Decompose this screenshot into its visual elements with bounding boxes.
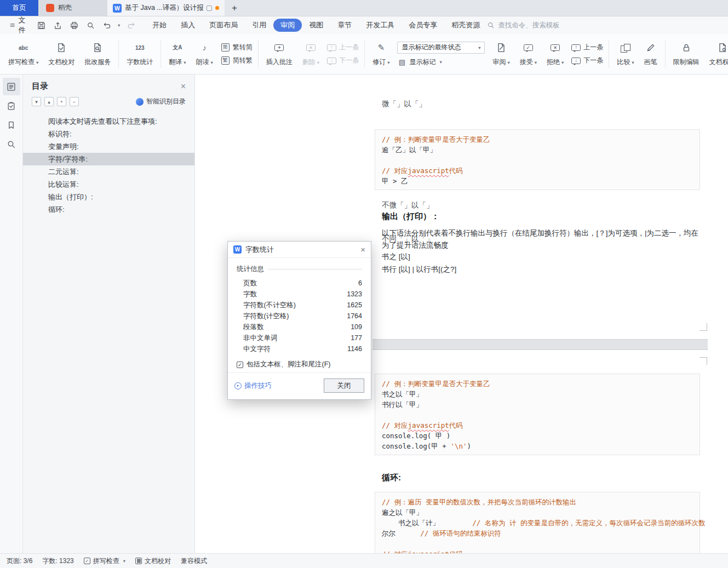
sidebar-proofread-button[interactable] [3, 97, 20, 114]
toc-item-selected[interactable]: 字符/字符串: [23, 153, 194, 165]
grading-service-icon [93, 41, 102, 54]
undo-dropdown-icon[interactable]: ▾ [118, 22, 120, 28]
doc-proofread-button[interactable]: 文档校对 [43, 37, 79, 72]
tab-section[interactable]: 章节 [330, 19, 359, 32]
save-button[interactable] [36, 20, 47, 31]
next-comment-button[interactable]: ↓ 下一条 [327, 56, 359, 65]
command-search[interactable] [487, 21, 586, 29]
stat-row-chars-with-spaces: 字符数(计空格)1764 [237, 311, 362, 322]
code-comment: // 对应javascript代码 [382, 165, 693, 176]
include-textbox-checkbox[interactable]: ✓ 包括文本框、脚注和尾注(F) [237, 360, 362, 369]
expand-item-icon[interactable]: ▾ [32, 97, 41, 106]
toc-item[interactable]: 阅读本文时请先查看以下注意事项: [23, 115, 194, 128]
chevron-down-icon: ▾ [478, 45, 480, 50]
stat-value: 1764 [347, 312, 362, 320]
show-markup-button[interactable]: ▤ 显示标记 ▾ [397, 58, 485, 67]
toc-item[interactable]: 比较运算: [23, 178, 194, 191]
stats-section-label: 统计信息 [237, 265, 264, 274]
stat-value: 1625 [347, 301, 362, 309]
checkbox-icon: ✓ [237, 362, 243, 368]
grading-service-button[interactable]: 批改服务 [79, 37, 116, 72]
compat-mode-indicator[interactable]: 兼容模式 [181, 556, 207, 566]
code-line: 甲 > 乙 [382, 176, 693, 186]
dialog-titlebar[interactable]: W 字数统计 × [228, 242, 371, 258]
export-button[interactable] [52, 20, 63, 31]
collapse-item-icon[interactable]: ▴ [44, 97, 54, 106]
prev-comment-button[interactable]: ↑ 上一条 [327, 43, 359, 52]
clipboard-check-icon [7, 101, 16, 111]
next-change-button[interactable]: ↓ 下一条 [571, 56, 603, 65]
print-button[interactable] [68, 20, 79, 31]
toc-item[interactable]: 循环: [23, 203, 194, 216]
trad-to-simp-button[interactable]: 简 繁转简 [221, 43, 253, 52]
home-tab[interactable]: 首页 [0, 0, 38, 16]
translate-button[interactable]: 文A 翻译▾ [164, 37, 191, 72]
close-icon[interactable]: × [181, 82, 186, 91]
document-tab[interactable]: W 基于 Java ...译器）设计报告 [107, 0, 225, 16]
review-button[interactable]: 审阅▾ [488, 37, 514, 72]
sidebar-bookmark-button[interactable] [3, 116, 20, 134]
close-icon[interactable]: × [360, 245, 365, 254]
search-input[interactable] [498, 21, 586, 29]
expand-all-icon[interactable]: + [57, 97, 66, 106]
compare-button[interactable]: 比较▾ [612, 37, 639, 72]
daoke-tab[interactable]: 稻壳 [38, 0, 107, 16]
toc-item[interactable]: 变量声明: [23, 140, 194, 153]
doc-permission-button[interactable]: 文档权限 [704, 37, 728, 72]
smart-toc-button[interactable]: 智能识别目录 [136, 97, 186, 106]
word-count-indicator[interactable]: 字数: 1323 [42, 556, 73, 566]
tab-daoke-resources[interactable]: 稻壳资源 [444, 19, 487, 32]
delete-comment-button[interactable]: × 删除▾ [297, 37, 324, 72]
prev-change-button[interactable]: ↑ 上一条 [571, 43, 603, 52]
reject-button[interactable]: × 拒绝▾ [542, 37, 569, 72]
redo-button[interactable] [125, 20, 136, 31]
stat-row-words: 字数1323 [237, 289, 362, 300]
simp-to-trad-button[interactable]: 繁 简转繁 [221, 56, 253, 65]
delete-comment-icon: × [306, 41, 316, 54]
prev-comment-icon: ↑ [327, 43, 336, 52]
spell-check-status-button[interactable]: ✓ 拼写检查 ▾ [84, 556, 125, 566]
sidebar-outline-button[interactable] [3, 78, 20, 95]
ink-pen-button[interactable]: 画笔 [639, 37, 662, 72]
markup-state-select[interactable]: 显示标记的最终状态 ▾ [397, 42, 485, 54]
tab-insert[interactable]: 插入 [174, 19, 202, 32]
restrict-editing-button[interactable]: 限制编辑 [668, 37, 704, 72]
file-menu-button[interactable]: 文件 [7, 15, 31, 35]
paragraph-output-intro: 以下语法分别代表着不换行输出与换行（在结尾加换行符）输出，[？]为可选项，|为二… [382, 227, 703, 251]
insert-comment-button[interactable]: + 插入批注 [261, 37, 297, 72]
toc-item[interactable]: 标识符: [23, 128, 194, 140]
spell-check-button[interactable]: abc 拼写检查▾ [3, 37, 43, 72]
tips-link[interactable]: ▸ 操作技巧 [234, 381, 272, 391]
grading-service-label: 批改服务 [84, 58, 111, 67]
tab-member[interactable]: 会员专享 [402, 19, 444, 32]
accept-button[interactable]: ✓ 接受▾ [515, 37, 542, 72]
accept-icon: ✓ [524, 41, 533, 54]
collapse-all-icon[interactable]: − [70, 97, 79, 106]
toc-item[interactable]: 输出（打印）: [23, 191, 194, 203]
page-indicator[interactable]: 页面: 3/6 [7, 556, 32, 566]
close-button[interactable]: 关闭 [324, 378, 364, 393]
toc-item[interactable]: 二元运算: [23, 165, 194, 178]
tab-view[interactable]: 视图 [302, 19, 330, 32]
chevron-down-icon: ▾ [184, 60, 186, 65]
print-preview-button[interactable] [85, 20, 96, 31]
tab-review[interactable]: 审阅 [273, 19, 302, 32]
track-changes-button[interactable]: ✎ 修订▾ [368, 37, 394, 72]
tab-dev-tools[interactable]: 开发工具 [359, 19, 402, 32]
undock-icon[interactable] [207, 5, 212, 11]
doc-proofread-status-button[interactable]: 文档校对 [135, 556, 171, 566]
chevron-down-icon: ▾ [439, 59, 442, 65]
tab-references[interactable]: 引用 [245, 19, 273, 32]
sidebar-search-button[interactable] [3, 135, 20, 153]
new-tab-button[interactable]: + [225, 0, 244, 16]
word-count-label: 字数统计 [127, 58, 153, 67]
undo-button[interactable] [101, 20, 112, 31]
chevron-down-icon: ▾ [507, 60, 509, 65]
wps-writer-icon: W [233, 245, 242, 254]
tab-page-layout[interactable]: 页面布局 [202, 19, 245, 32]
code-line: 遍之以「甲」 [382, 507, 693, 518]
stat-row-paragraphs: 段落数109 [237, 322, 362, 332]
word-count-button[interactable]: 123 字数统计 [122, 37, 158, 72]
read-aloud-button[interactable]: ♪ 朗读▾ [191, 37, 218, 72]
tab-start[interactable]: 开始 [145, 19, 174, 32]
